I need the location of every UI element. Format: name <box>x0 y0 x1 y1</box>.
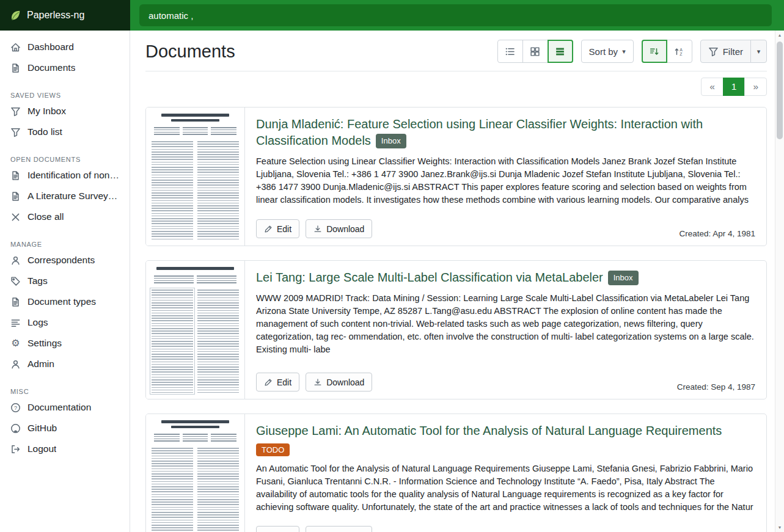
detail-view-icon <box>555 46 565 57</box>
scroll-up-arrow[interactable]: ▲ <box>775 31 784 40</box>
filter-button[interactable]: Filter <box>700 40 751 63</box>
edit-button[interactable]: Edit <box>256 219 299 238</box>
pagination-prev[interactable]: « <box>701 78 724 96</box>
document-thumbnail[interactable] <box>146 261 245 399</box>
documents-icon <box>10 63 21 73</box>
brand[interactable]: Paperless-ng <box>0 0 130 31</box>
card-footer: Edit Download Created: Apr 4, 1981 <box>256 219 755 238</box>
sidebar-item-settings[interactable]: ⚙ Settings <box>0 333 130 354</box>
document-card: Lei Tang: Large Scale Multi-Label Classi… <box>145 260 767 399</box>
document-title-link[interactable]: Giuseppe Lami: An Automatic Tool for the… <box>256 424 722 437</box>
scrollbar[interactable]: ▲ ▼ <box>775 31 784 532</box>
gear-icon: ⚙ <box>10 338 21 348</box>
sidebar-item-document-types[interactable]: Document types <box>0 291 130 312</box>
document-card-body: Dunja Mladenić: Feature Selection using … <box>245 107 766 246</box>
view-detail-button[interactable] <box>548 40 573 63</box>
sidebar-item-correspondents[interactable]: Correspondents <box>0 250 130 271</box>
sidebar-item-label: Identification of non-fu... <box>27 170 119 181</box>
sort-alpha-button[interactable] <box>667 40 692 63</box>
brand-name: Paperless-ng <box>27 10 84 21</box>
sort-by-label: Sort by <box>589 46 618 57</box>
sidebar-item-label: Logs <box>27 317 48 328</box>
document-excerpt: Feature Selection using Linear Classifie… <box>256 155 755 206</box>
sort-descending-button[interactable] <box>642 40 667 63</box>
scroll-down-arrow[interactable]: ▼ <box>775 523 784 532</box>
document-title: Lei Tang: Large Scale Multi-Label Classi… <box>256 269 755 286</box>
document-card: Giuseppe Lami: An Automatic Tool for the… <box>145 414 767 532</box>
sort-by-dropdown[interactable]: Sort by ▾ <box>581 40 634 63</box>
pagination-next[interactable]: » <box>744 78 767 96</box>
search-bar-area <box>130 0 784 31</box>
badge-row: TODO <box>256 443 755 456</box>
sidebar-item-label: Todo list <box>27 126 62 137</box>
sidebar-item-my-inbox[interactable]: My Inbox <box>0 101 130 122</box>
document-title-link[interactable]: Lei Tang: Large Scale Multi-Label Classi… <box>256 271 603 284</box>
sidebar-item-label: Close all <box>27 211 64 222</box>
download-label: Download <box>326 224 364 234</box>
download-button[interactable]: Download <box>306 526 372 532</box>
pencil-icon <box>264 378 273 387</box>
sort-amount-down-icon <box>649 46 659 57</box>
document-card-body: Lei Tang: Large Scale Multi-Label Classi… <box>245 261 766 399</box>
sidebar-item-label: Document types <box>27 296 96 307</box>
download-button[interactable]: Download <box>306 373 372 392</box>
sidebar-item-tags[interactable]: Tags <box>0 271 130 291</box>
sidebar-item-label: Logout <box>27 443 56 454</box>
funnel-icon <box>10 127 21 137</box>
sidebar-item-logout[interactable]: Logout <box>0 439 130 459</box>
list-view-icon <box>505 46 515 57</box>
sidebar-item-open-document-1[interactable]: Identification of non-fu... <box>0 165 130 186</box>
card-footer: Edit Download Created: Sep 4, 1987 <box>256 373 755 392</box>
funnel-icon <box>708 46 719 57</box>
document-thumbnail[interactable] <box>146 107 245 246</box>
file-icon <box>10 191 21 202</box>
sidebar-item-documentation[interactable]: Documentation <box>0 397 130 418</box>
created-date: Created: Apr 4, 1981 <box>679 229 755 238</box>
document-title-link[interactable]: Dunja Mladenić: Feature Selection using … <box>256 117 703 147</box>
global-search-input[interactable] <box>139 4 772 26</box>
chevron-down-icon: ▾ <box>757 48 761 55</box>
sidebar-item-label: Dashboard <box>27 42 74 53</box>
sidebar-item-label: Documents <box>27 62 75 73</box>
chevron-down-icon: ▾ <box>622 48 626 55</box>
sidebar-heading-manage: MANAGE <box>0 237 130 250</box>
sidebar-item-todo-list[interactable]: Todo list <box>0 122 130 142</box>
sort-alpha-up-icon <box>674 46 684 57</box>
person-icon <box>10 359 21 370</box>
main-content: Documents Sort by ▾ <box>130 31 784 532</box>
view-grid-button[interactable] <box>522 40 548 63</box>
sidebar-item-documents[interactable]: Documents <box>0 57 130 78</box>
person-icon <box>10 255 21 266</box>
view-table-button[interactable] <box>497 40 523 63</box>
page-title: Documents <box>145 42 235 62</box>
pagination: « 1 » <box>145 78 767 96</box>
scrollbar-thumb[interactable] <box>777 42 783 139</box>
sidebar: Dashboard Documents SAVED VIEWS My Inbox… <box>0 31 130 532</box>
document-title: Giuseppe Lami: An Automatic Tool for the… <box>256 423 755 439</box>
card-footer: Edit Download <box>256 526 755 532</box>
edit-button[interactable]: Edit <box>256 526 299 532</box>
sidebar-item-open-document-2[interactable]: A Literature Survey on ... <box>0 186 130 206</box>
tag-badge-inbox[interactable]: Inbox <box>376 134 406 148</box>
tag-badge-todo[interactable]: TODO <box>256 443 290 456</box>
funnel-icon <box>10 106 21 117</box>
pagination-page-1[interactable]: 1 <box>723 78 746 96</box>
sidebar-item-admin[interactable]: Admin <box>0 354 130 374</box>
pencil-icon <box>264 225 273 233</box>
download-button[interactable]: Download <box>306 219 372 238</box>
document-card-body: Giuseppe Lami: An Automatic Tool for the… <box>245 414 766 532</box>
filter-split-button: Filter ▾ <box>700 40 767 63</box>
sidebar-item-label: Admin <box>27 359 54 370</box>
edit-button[interactable]: Edit <box>256 373 299 392</box>
sidebar-item-logs[interactable]: Logs <box>0 312 130 333</box>
sidebar-item-github[interactable]: GitHub <box>0 418 130 439</box>
logout-icon <box>10 444 21 454</box>
document-thumbnail[interactable] <box>146 414 245 532</box>
filter-dropdown-toggle[interactable]: ▾ <box>750 40 767 63</box>
download-label: Download <box>326 377 364 387</box>
sidebar-item-close-all[interactable]: Close all <box>0 206 130 227</box>
documents-toolbar: Sort by ▾ Filter ▾ <box>497 40 767 63</box>
sidebar-item-dashboard[interactable]: Dashboard <box>0 37 130 57</box>
tag-badge-inbox[interactable]: Inbox <box>608 271 639 285</box>
sidebar-item-label: Tags <box>27 275 48 286</box>
